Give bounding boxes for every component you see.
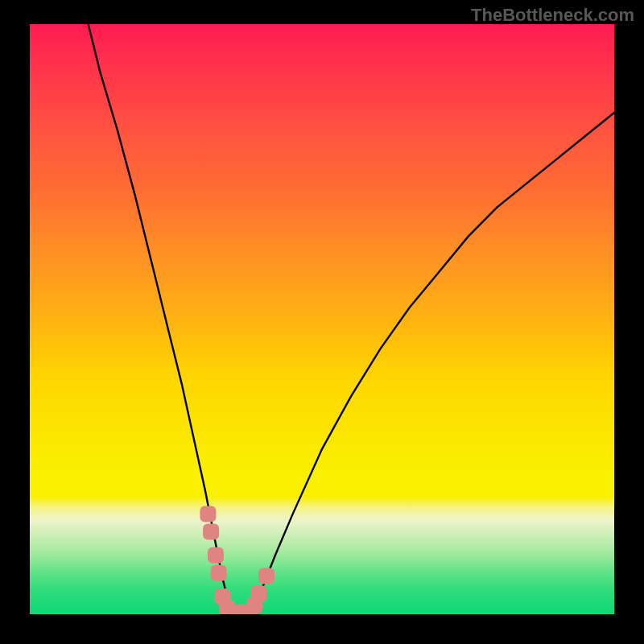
marker-point <box>208 547 224 564</box>
marker-point <box>211 565 227 581</box>
marker-point <box>251 585 267 601</box>
curve-line <box>89 24 614 614</box>
chart-svg <box>30 24 614 614</box>
marker-point <box>258 568 275 584</box>
chart-frame: TheBottleneck.com <box>0 0 644 644</box>
marker-point <box>203 523 219 539</box>
watermark-text: TheBottleneck.com <box>471 5 634 26</box>
plot-area <box>30 24 614 614</box>
marker-point <box>200 506 216 522</box>
